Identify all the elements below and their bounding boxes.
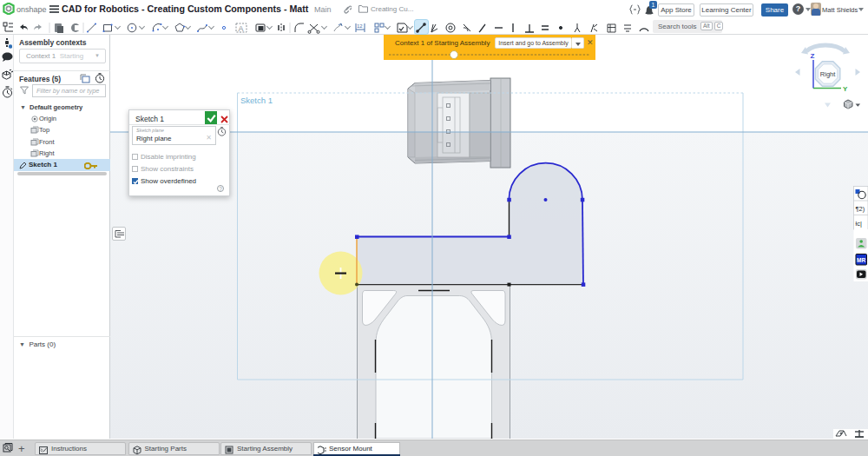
svg-text:Y: Y xyxy=(843,85,848,93)
svg-text:ƚc|: ƚc| xyxy=(856,220,862,228)
svg-text:MR: MR xyxy=(857,257,865,263)
svg-text:12: 12 xyxy=(357,23,363,29)
svg-text:Sketch 1: Sketch 1 xyxy=(240,96,273,105)
svg-text:Z: Z xyxy=(811,52,815,60)
svg-text:¶2): ¶2) xyxy=(856,205,865,213)
svg-text:Right: Right xyxy=(820,70,836,78)
svg-text:A: A xyxy=(239,24,244,33)
